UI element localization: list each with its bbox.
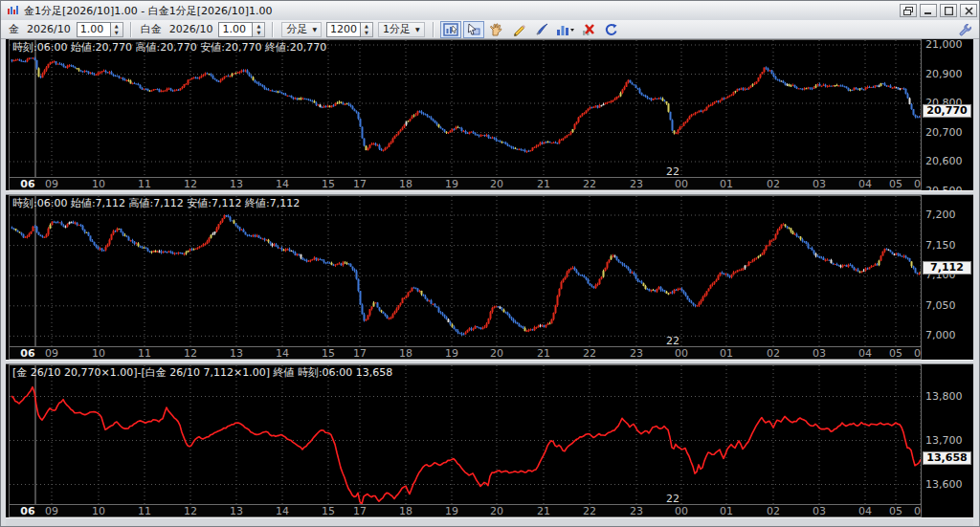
- gold-time-axis: 0609101112131415171819202122230001020304…: [9, 178, 922, 190]
- gold-multiplier-spin-buttons[interactable]: ▲▼: [111, 22, 123, 37]
- delete-chart-button[interactable]: [578, 21, 599, 38]
- platinum-multiplier-stepper[interactable]: 1.00 ▲▼: [218, 22, 265, 37]
- pan-hand-icon: [489, 23, 503, 36]
- time-axis-label: 05: [883, 178, 908, 190]
- spread-time-axis: 0609101112131415171819202122230001020304…: [9, 505, 922, 517]
- toolbar-separator: [130, 22, 132, 37]
- time-axis-label: 21: [531, 178, 556, 190]
- time-axis-label: 23: [624, 505, 649, 517]
- close-button[interactable]: [960, 4, 977, 17]
- toolbar: 金 2026/10 1.00 ▲▼ 白金 2026/10 1.00 ▲▼ 分足▼…: [1, 20, 980, 39]
- time-axis-label: 02: [761, 178, 786, 190]
- time-axis-label: 13: [224, 178, 249, 190]
- time-axis-label: 18: [393, 178, 418, 190]
- time-axis-label: 21: [531, 505, 556, 517]
- app-window: 金1分足[2026/10]1.00 - 白金1分足[2026/10]1.00 金…: [0, 0, 980, 527]
- bar-count-value[interactable]: 1200: [326, 22, 361, 37]
- gold-multiplier-stepper[interactable]: 1.00 ▲▼: [77, 22, 123, 37]
- platinum-chart-plot[interactable]: 時刻:06:00 始値:7,112 高値:7,112 安値:7,112 終値:7…: [9, 195, 922, 347]
- select-arrow-icon: [466, 23, 481, 36]
- time-axis-label: 00: [669, 505, 694, 517]
- time-axis-label: 17: [347, 347, 372, 360]
- time-axis-label: 04: [853, 505, 878, 517]
- maximize-button[interactable]: [940, 4, 957, 17]
- time-axis-label: 14: [270, 178, 295, 190]
- time-axis-label: 00: [669, 178, 694, 190]
- platinum-current-price: 7,112: [923, 261, 971, 274]
- pen-icon: [535, 23, 549, 36]
- bar-count-spin-buttons[interactable]: ▲▼: [361, 22, 373, 37]
- gold-chart-info: 時刻:06:00 始値:20,770 高値:20,770 安値:20,770 終…: [12, 40, 326, 55]
- draw-line-tool-button[interactable]: [509, 21, 530, 38]
- minimize-button[interactable]: [920, 4, 937, 17]
- time-axis-label: 11: [132, 347, 157, 360]
- time-axis-label: 12: [178, 178, 203, 190]
- date-label: 22: [666, 165, 679, 178]
- bar-count-stepper[interactable]: 1200 ▲▼: [326, 22, 373, 37]
- charts-area: 時刻:06:00 始値:20,770 高値:20,770 安値:20,770 終…: [6, 39, 973, 527]
- time-axis-label: 17: [347, 505, 372, 517]
- toolbar-separator: [433, 22, 434, 37]
- platinum-multiplier-spin-buttons[interactable]: ▲▼: [253, 22, 265, 37]
- annotate-tool-button[interactable]: [532, 21, 553, 38]
- time-axis-label: 06: [15, 505, 40, 517]
- settings-button[interactable]: [955, 21, 976, 38]
- price-axis-label: 13,700: [925, 434, 963, 447]
- platinum-chart-panel: 時刻:06:00 始値:7,112 高値:7,112 安値:7,112 終値:7…: [6, 195, 973, 364]
- price-axis-label: 7,050: [925, 299, 956, 312]
- date-label: 22: [666, 493, 679, 505]
- chevron-down-icon: ▼: [415, 26, 420, 33]
- spread-chart-panel: [金 26/10 20,770×1.00]-[白金 26/10 7,112×1.…: [6, 364, 973, 517]
- interval-dropdown[interactable]: 1分足▼: [378, 22, 425, 37]
- time-axis-label: 23: [624, 347, 649, 360]
- gold-current-price: 20,770: [923, 104, 971, 118]
- app-icon: [7, 5, 20, 16]
- time-axis-label: 09: [39, 347, 64, 360]
- select-tool-button[interactable]: [463, 21, 484, 38]
- time-axis-label: 10: [86, 347, 111, 360]
- time-axis-label: 15: [316, 347, 341, 360]
- time-axis-label: 01: [714, 505, 739, 517]
- toolbar-separator: [272, 22, 274, 37]
- time-axis-label: 21: [531, 347, 556, 360]
- time-axis-label: 11: [132, 505, 157, 517]
- price-axis-label: 20,900: [925, 68, 963, 80]
- time-axis-label: 22: [577, 347, 602, 360]
- time-axis-label: 14: [270, 505, 295, 517]
- time-axis-label: 13: [224, 347, 249, 360]
- time-axis-label: 09: [39, 505, 64, 517]
- title-bar[interactable]: 金1分足[2026/10]1.00 - 白金1分足[2026/10]1.00: [1, 1, 980, 20]
- time-axis-label: 19: [439, 347, 464, 360]
- period-dropdown[interactable]: 分足▼: [281, 22, 322, 37]
- chart-type-button[interactable]: [555, 21, 576, 38]
- time-axis-label: 10: [86, 505, 111, 517]
- time-axis-label: 02: [761, 347, 786, 360]
- time-axis-label: 19: [439, 178, 464, 190]
- price-axis-label: 7,150: [925, 239, 956, 252]
- price-axis-label: 20,600: [925, 155, 963, 167]
- gold-multiplier-value[interactable]: 1.00: [77, 22, 111, 37]
- time-axis-label: 05: [883, 347, 908, 360]
- gold-label: 金: [9, 22, 19, 36]
- pan-tool-button[interactable]: [486, 21, 507, 38]
- bar-chart-icon: [556, 23, 575, 36]
- time-axis-label: 14: [270, 347, 295, 360]
- time-axis-label: 01: [714, 347, 739, 360]
- spread-chart-plot[interactable]: [金 26/10 20,770×1.00]-[白金 26/10 7,112×1.…: [9, 364, 922, 505]
- gold-contract-label: 2026/10: [27, 23, 71, 35]
- chart-cursor-tool-button[interactable]: [440, 21, 461, 38]
- refresh-button[interactable]: [601, 21, 622, 38]
- price-axis-label: 21,000: [925, 38, 963, 51]
- restore-window-button[interactable]: [900, 4, 917, 17]
- time-axis-label: 01: [714, 178, 739, 190]
- platinum-multiplier-value[interactable]: 1.00: [218, 22, 253, 37]
- gold-chart-plot[interactable]: 時刻:06:00 始値:20,770 高値:20,770 安値:20,770 終…: [9, 39, 922, 178]
- price-axis-label: 20,700: [925, 126, 963, 139]
- delete-red-x-icon: [581, 23, 596, 36]
- time-axis-label: 12: [178, 347, 203, 360]
- time-axis-label: 12: [178, 505, 203, 517]
- date-label: 22: [666, 335, 679, 347]
- time-axis-label: 17: [347, 178, 372, 190]
- price-axis-label: 7,200: [925, 209, 956, 221]
- time-axis-label: 00: [669, 347, 694, 360]
